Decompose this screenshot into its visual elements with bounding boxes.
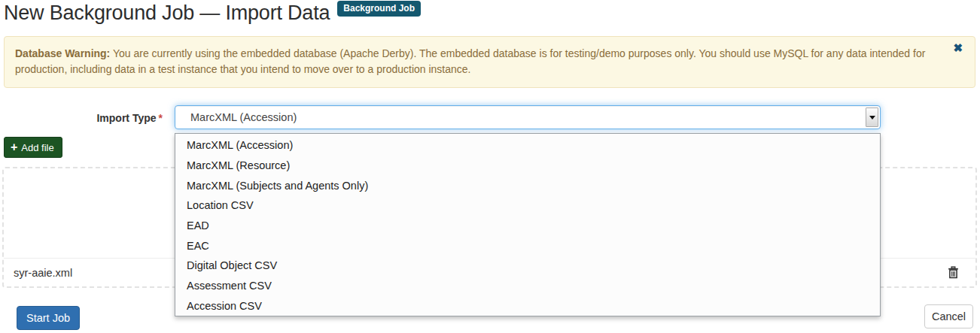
cancel-button[interactable]: Cancel (924, 304, 973, 328)
plus-icon: + (11, 141, 17, 153)
chevron-down-icon[interactable] (866, 107, 878, 127)
option-marcxml-resource[interactable]: MarcXML (Resource) (175, 156, 880, 176)
option-accession-csv[interactable]: Accession CSV (175, 296, 880, 316)
option-digital-object-csv[interactable]: Digital Object CSV (175, 256, 880, 276)
option-ead[interactable]: EAD (175, 216, 880, 236)
delete-file-button[interactable] (946, 265, 960, 280)
trash-icon (948, 266, 959, 279)
import-type-selected-value: MarcXML (Accession) (175, 111, 866, 123)
page-header: New Background Job — Import Data Backgro… (4, 0, 421, 26)
required-asterisk: * (159, 112, 163, 124)
import-type-dropdown: MarcXML (Accession) MarcXML (Resource) M… (175, 133, 881, 316)
option-marcxml-accession[interactable]: MarcXML (Accession) (175, 135, 880, 156)
background-job-badge: Background Job (337, 1, 421, 17)
start-job-button[interactable]: Start Job (17, 306, 80, 330)
option-assessment-csv[interactable]: Assessment CSV (175, 276, 880, 296)
warning-label: Database Warning: (15, 47, 110, 59)
database-warning-alert: Database Warning: You are currently usin… (4, 36, 975, 88)
warning-text: You are currently using the embedded dat… (15, 47, 925, 75)
import-type-select[interactable]: MarcXML (Accession) (175, 105, 881, 129)
add-file-button[interactable]: + Add file (4, 137, 62, 158)
new-background-job-page: New Background Job — Import Data Backgro… (0, 0, 980, 333)
close-icon[interactable]: ✖ (953, 42, 963, 53)
option-eac[interactable]: EAC (175, 235, 880, 256)
page-title: New Background Job — Import Data (4, 0, 330, 26)
option-marcxml-subjects-agents[interactable]: MarcXML (Subjects and Agents Only) (175, 175, 880, 195)
add-file-label: Add file (21, 142, 53, 153)
import-type-label: Import Type* (0, 112, 163, 124)
option-location-csv[interactable]: Location CSV (175, 195, 880, 216)
